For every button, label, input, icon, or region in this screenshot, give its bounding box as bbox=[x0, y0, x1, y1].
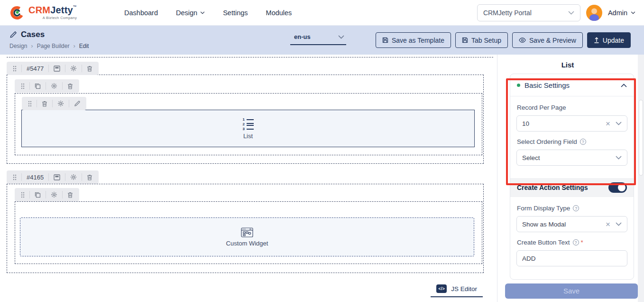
nav-item-dashboard[interactable]: Dashboard bbox=[124, 9, 158, 17]
locale-select[interactable]: en-us bbox=[290, 33, 346, 45]
gear-icon[interactable] bbox=[46, 191, 62, 198]
portal-select-value: CRMJetty Portal bbox=[483, 9, 532, 17]
breadcrumb-current-edit: Edit bbox=[79, 43, 89, 49]
settings-accordion: Basic Settings Record Per Page 10 × Sele… bbox=[510, 74, 634, 280]
brand-logo[interactable]: CRMJetty™ A Biztech Company bbox=[9, 5, 77, 20]
save-button[interactable]: Save bbox=[505, 283, 638, 299]
row-toolbar bbox=[15, 79, 79, 93]
chevron-down-icon bbox=[616, 222, 622, 226]
basic-settings-body: Record Per Page 10 × Select Ordering Fie… bbox=[510, 96, 634, 171]
upload-icon bbox=[594, 37, 599, 43]
page-title: Cases bbox=[9, 30, 89, 39]
record-per-page-label: Record Per Page bbox=[517, 104, 627, 111]
ordering-field-select[interactable]: Select bbox=[516, 150, 627, 166]
status-dot-icon bbox=[517, 84, 520, 87]
section-layout-icon[interactable] bbox=[48, 65, 65, 72]
list-widget[interactable]: 1 2 3 List bbox=[21, 110, 475, 147]
page-title-block: Cases Design › Page Builder › Edit bbox=[9, 30, 89, 49]
record-per-page-select[interactable]: 10 × bbox=[516, 115, 627, 132]
nav-item-settings[interactable]: Settings bbox=[223, 9, 248, 17]
breadcrumb-separator: › bbox=[31, 42, 33, 49]
chevron-down-icon bbox=[200, 11, 205, 14]
drag-handle-icon[interactable] bbox=[8, 173, 21, 181]
user-menu[interactable]: Admin bbox=[608, 9, 635, 17]
gear-icon[interactable] bbox=[65, 173, 82, 181]
brand-logo-icon bbox=[9, 5, 25, 20]
create-action-settings-row: Create Action Settings bbox=[510, 178, 634, 197]
clear-icon[interactable]: × bbox=[606, 220, 610, 228]
form-display-type-select[interactable]: Show as Modal × bbox=[516, 216, 627, 232]
trash-icon[interactable] bbox=[62, 82, 78, 90]
drag-handle-icon[interactable] bbox=[8, 65, 21, 72]
help-icon[interactable]: ? bbox=[573, 239, 579, 245]
form-display-type-value: Show as Modal bbox=[522, 221, 606, 228]
custom-widget[interactable]: Custom Widget bbox=[20, 217, 474, 256]
create-button-text-label: Create Button Text?* bbox=[517, 239, 627, 246]
gear-icon[interactable] bbox=[65, 65, 82, 72]
save-icon bbox=[462, 37, 468, 43]
trash-icon[interactable] bbox=[82, 65, 97, 72]
basic-settings-title: Basic Settings bbox=[524, 81, 616, 89]
section-layout-icon[interactable] bbox=[48, 173, 65, 181]
js-editor-button[interactable]: </> JS Editor bbox=[431, 284, 483, 297]
required-marker: * bbox=[581, 239, 583, 246]
save-preview-button[interactable]: Save & Preview bbox=[512, 32, 583, 48]
create-action-settings-label: Create Action Settings bbox=[517, 184, 588, 191]
basic-settings-header[interactable]: Basic Settings bbox=[510, 74, 634, 96]
copy-icon[interactable] bbox=[29, 191, 46, 198]
user-name: Admin bbox=[608, 9, 627, 17]
chevron-down-icon bbox=[568, 11, 574, 15]
section-id-label: #4165 bbox=[21, 173, 48, 181]
gear-icon[interactable] bbox=[52, 100, 69, 107]
js-editor-label: JS Editor bbox=[451, 285, 477, 293]
numbered-list-icon: 1 2 3 bbox=[243, 118, 254, 131]
update-button[interactable]: Update bbox=[587, 32, 631, 48]
create-action-toggle[interactable] bbox=[608, 182, 627, 193]
avatar[interactable] bbox=[586, 5, 602, 21]
copy-icon[interactable] bbox=[29, 82, 46, 90]
nav-item-design[interactable]: Design bbox=[176, 9, 205, 17]
widget-toolbar bbox=[22, 97, 86, 110]
drag-handle-icon[interactable] bbox=[16, 82, 29, 90]
row-toolbar bbox=[15, 188, 79, 201]
help-icon[interactable]: ? bbox=[580, 139, 586, 145]
help-icon[interactable]: ? bbox=[573, 205, 579, 211]
scrollbar-thumb[interactable] bbox=[639, 100, 643, 176]
custom-widget-icon bbox=[241, 227, 253, 237]
form-display-type-label: Form Display Type? bbox=[517, 205, 627, 212]
code-icon: </> bbox=[436, 284, 447, 293]
save-as-template-button[interactable]: Save as Template bbox=[376, 32, 451, 48]
sidebar-title: List bbox=[497, 55, 638, 69]
create-button-text-input[interactable] bbox=[516, 250, 627, 266]
header-actions: Save as Template Tab Setup Save & Previe… bbox=[376, 32, 631, 48]
pencil-icon[interactable] bbox=[69, 100, 85, 107]
brand-name: CRMJetty™ bbox=[28, 5, 77, 15]
top-navbar: CRMJetty™ A Biztech Company Dashboard De… bbox=[0, 0, 644, 26]
gear-icon[interactable] bbox=[46, 82, 62, 90]
brand-tagline: A Biztech Company bbox=[28, 16, 77, 20]
breadcrumb-link-design[interactable]: Design bbox=[9, 43, 27, 49]
save-icon bbox=[382, 37, 388, 43]
edit-pencil-icon[interactable] bbox=[9, 31, 17, 38]
page-builder-canvas: #5477 1 2 3 List #4165 bbox=[0, 55, 497, 302]
trash-icon[interactable] bbox=[62, 191, 78, 198]
breadcrumb-link-page-builder[interactable]: Page Builder bbox=[37, 43, 70, 49]
trash-icon[interactable] bbox=[82, 173, 97, 181]
trash-icon[interactable] bbox=[37, 100, 52, 107]
clear-icon[interactable]: × bbox=[606, 120, 610, 128]
eye-icon bbox=[519, 38, 526, 43]
page-header: Cases Design › Page Builder › Edit en-us… bbox=[0, 26, 644, 55]
drag-handle-icon[interactable] bbox=[23, 100, 37, 107]
nav-item-modules[interactable]: Modules bbox=[266, 9, 292, 17]
drag-handle-icon[interactable] bbox=[16, 191, 29, 198]
tab-setup-button[interactable]: Tab Setup bbox=[455, 32, 508, 48]
chevron-down-icon bbox=[616, 156, 622, 160]
section-toolbar: #5477 bbox=[7, 62, 99, 75]
scrollbar-track bbox=[638, 55, 644, 302]
portal-select[interactable]: CRMJetty Portal bbox=[477, 4, 580, 21]
section-toolbar: #4165 bbox=[7, 170, 99, 184]
custom-widget-label: Custom Widget bbox=[226, 240, 268, 247]
sidebar-footer: Save bbox=[497, 280, 638, 302]
main-nav: Dashboard Design Settings Modules bbox=[124, 9, 292, 17]
chevron-down-icon bbox=[616, 122, 622, 125]
